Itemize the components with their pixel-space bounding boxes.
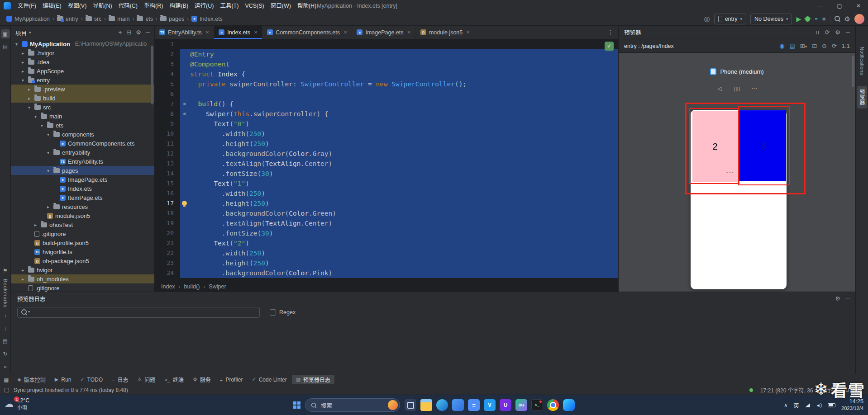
menu-代码(C)[interactable]: 代码(C) — [115, 0, 141, 12]
menu-编辑(E)[interactable]: 编辑(E) — [39, 0, 65, 12]
menu-运行(U)[interactable]: 运行(U) — [191, 0, 217, 12]
mail-icon[interactable] — [452, 399, 464, 411]
chevron-collapsed-icon[interactable]: ▸ — [26, 87, 32, 92]
toolwindow-TODO[interactable]: ✓TODO — [76, 375, 107, 384]
uibot-icon[interactable] — [500, 399, 511, 411]
scroll-down-icon[interactable]: ↓ — [1, 324, 10, 333]
menu-窗口(W)[interactable]: 窗口(W) — [267, 0, 294, 12]
chevron-collapsed-icon[interactable]: ▸ — [20, 69, 26, 74]
toolwindow-Profiler[interactable]: ◒Profiler — [216, 375, 247, 384]
tab-EntryAbility.ts[interactable]: EntryAbility.ts✕ — [155, 26, 214, 39]
multi-device-button[interactable]: ▯▯ — [730, 83, 744, 94]
code-line-15[interactable]: 15 Text("1") — [155, 179, 618, 189]
tree-item-entry[interactable]: ▾entry — [11, 75, 154, 85]
regex-option[interactable]: Regex — [270, 309, 296, 316]
tab-module.json5[interactable]: module.json5✕ — [416, 26, 475, 39]
more-options-button[interactable]: ⋯ — [747, 83, 762, 94]
tree-item-AppScope[interactable]: ▸AppScope — [11, 66, 154, 75]
search-icon[interactable] — [835, 16, 840, 22]
refresh-icon[interactable]: ⟳ — [825, 29, 830, 36]
tree-item-.preview[interactable]: ▸.preview — [11, 85, 154, 94]
menu-工具(T)[interactable]: 工具(T) — [217, 0, 242, 12]
code-editor[interactable]: 12@Entry3@Component4struct Index {5 priv… — [155, 39, 618, 281]
menu-构建(B)[interactable]: 构建(B) — [166, 0, 191, 12]
font-size-icon[interactable]: Tt — [815, 30, 819, 35]
toolwindow-服务[interactable]: ⚙服务 — [189, 375, 215, 384]
debug-button[interactable] — [805, 16, 810, 22]
toolwindow-日志[interactable]: ≡日志 — [108, 375, 132, 384]
chevron-collapsed-icon[interactable]: ▸ — [20, 277, 26, 282]
code-line-3[interactable]: 3@Component — [155, 59, 618, 69]
code-line-20[interactable]: 20 .fontSize(30) — [155, 228, 618, 238]
inspections-ok-icon[interactable]: ✓ — [605, 42, 614, 51]
tree-item-entryability[interactable]: ▾entryability — [11, 148, 154, 157]
toolwindow-版本控制[interactable]: ◈版本控制 — [13, 375, 49, 384]
code-line-16[interactable]: 16 .width(250) — [155, 189, 618, 198]
toolwindow-Code Linter[interactable]: ✓Code Linter — [248, 375, 291, 384]
log-content[interactable] — [11, 320, 855, 374]
regex-checkbox[interactable] — [270, 309, 276, 316]
toolwindow-Run[interactable]: ▶Run — [51, 375, 75, 384]
code-line-2[interactable]: 2@Entry — [155, 49, 618, 59]
tree-item-main[interactable]: ▾main — [11, 112, 154, 121]
chevron-collapsed-icon[interactable]: ▸ — [26, 96, 32, 101]
hide-log-panel-icon[interactable]: ─ — [846, 295, 850, 302]
run-button[interactable]: ▶ — [796, 15, 801, 23]
breadcrumb-item-main[interactable]: main — [109, 16, 129, 22]
tree-item-ImagePage.ets[interactable]: ImagePage.ets — [11, 175, 154, 184]
profiler-button[interactable]: ◓ — [814, 15, 818, 23]
chevron-expanded-icon[interactable]: ▾ — [45, 132, 51, 137]
tree-item-.hvigor[interactable]: ▸.hvigor — [11, 48, 154, 57]
tool-window-switcher-icon[interactable]: ▦ — [4, 377, 9, 383]
hide-previewer-icon[interactable]: ─ — [846, 29, 850, 36]
menu-帮助(H)[interactable]: 帮助(H) — [294, 0, 320, 12]
breadcrumb-item-entry[interactable]: entry — [57, 16, 78, 22]
menu-视图(V)[interactable]: 视图(V) — [65, 0, 90, 12]
run-config-selector[interactable]: entry ▾ — [714, 14, 746, 24]
tree-item-hvigorfile.ts[interactable]: hvigorfile.ts — [11, 247, 154, 256]
tree-item-CommonComponents.ets[interactable]: CommonComponents.ets — [11, 139, 154, 148]
code-line-24[interactable]: 24 .backgroundColor(Color.Pink) — [155, 268, 618, 278]
code-line-1[interactable]: 1 — [155, 39, 618, 49]
tree-item-.idea[interactable]: ▸.idea — [11, 57, 154, 66]
zoom-ratio-label[interactable]: 1:1 — [842, 42, 850, 49]
locate-file-icon[interactable]: ⌖ — [119, 29, 122, 36]
tree-item-resources[interactable]: ▸resources — [11, 202, 154, 211]
volume-icon[interactable]: ◄) — [816, 403, 822, 408]
chevron-expanded-icon[interactable]: ▾ — [14, 42, 19, 47]
datagrip-icon[interactable] — [515, 399, 527, 411]
right-strip-tab-Notifications[interactable]: Notifications — [858, 43, 866, 79]
inspect-icon[interactable]: ◉ — [779, 42, 784, 49]
collapse-all-icon[interactable]: ⊟ — [126, 29, 131, 36]
code-line-19[interactable]: 19 .textAlign(TextAlign.Center) — [155, 218, 618, 228]
chevron-expanded-icon[interactable]: ▾ — [45, 150, 51, 155]
log-search-input[interactable] — [17, 307, 260, 318]
hide-panel-icon[interactable]: ─ — [146, 29, 150, 36]
code-line-10[interactable]: 10 .width(250) — [155, 129, 618, 139]
chevron-collapsed-icon[interactable]: ▸ — [33, 222, 38, 227]
task-view-icon[interactable] — [405, 399, 416, 411]
chevron-collapsed-icon[interactable]: ▸ — [20, 51, 26, 56]
breadcrumb-struct[interactable]: Index — [161, 283, 175, 290]
file-explorer-icon[interactable] — [420, 399, 432, 411]
fold-marker-icon[interactable] — [183, 113, 186, 115]
tree-item-ItemPage.ets[interactable]: ItemPage.ets — [11, 193, 154, 202]
rotate-device-button[interactable]: ◁ — [713, 83, 727, 94]
soft-wrap-icon[interactable]: ▤ — [1, 337, 10, 346]
menu-重构(R)[interactable]: 重构(R) — [141, 0, 166, 12]
code-line-17[interactable]: 17 .height(250) — [155, 198, 618, 208]
chevron-expanded-icon[interactable]: ▾ — [45, 168, 51, 173]
intention-bulb-icon[interactable] — [182, 201, 187, 206]
close-button[interactable]: ✕ — [849, 0, 868, 12]
deveco-studio-icon[interactable] — [563, 399, 575, 411]
network-signal-icon[interactable] — [805, 403, 810, 407]
chevron-expanded-icon[interactable]: ▾ — [33, 114, 38, 119]
code-line-12[interactable]: 12 .backgroundColor(Color.Gray) — [155, 149, 618, 159]
close-tab-icon[interactable]: ✕ — [407, 30, 411, 35]
minimize-button[interactable]: ─ — [811, 0, 830, 12]
code-line-11[interactable]: 11 .height(250) — [155, 139, 618, 149]
close-tab-icon[interactable]: ✕ — [343, 30, 347, 35]
code-line-9[interactable]: 9 Text("0") — [155, 119, 618, 129]
code-line-18[interactable]: 18 .backgroundColor(Color.Green) — [155, 208, 618, 218]
chevron-collapsed-icon[interactable]: ▸ — [20, 60, 26, 65]
